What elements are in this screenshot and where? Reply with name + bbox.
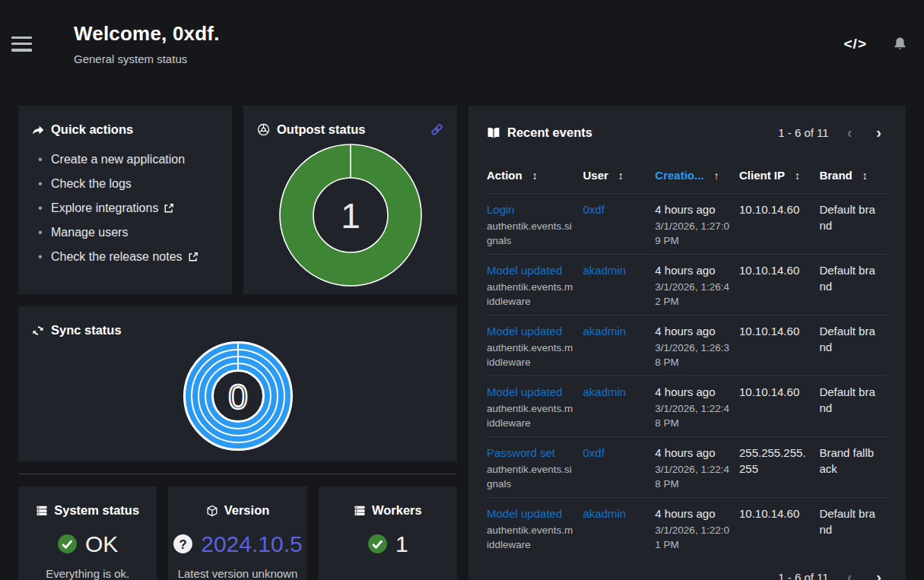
event-timestamp: 3/1/2026, 1:22:01 PM — [655, 523, 730, 552]
quick-action-item: Check the release notes — [38, 249, 220, 265]
event-creation-cell: 4 hours ago 3/1/2026, 1:22:48 PM — [655, 437, 739, 498]
header-titles: Welcome, 0xdf. General system status — [74, 22, 220, 65]
book-icon — [487, 126, 500, 139]
event-client-ip: 10.10.14.60 — [739, 315, 819, 376]
event-timestamp: 3/1/2026, 1:26:38 PM — [655, 341, 730, 369]
events-pagination-top: 1 - 6 of 11 ‹ › — [778, 122, 887, 143]
outpost-link-button[interactable] — [430, 123, 443, 136]
event-app-label: authentik.events.middleware — [487, 401, 573, 430]
column-label: Action — [487, 169, 522, 182]
notifications-button[interactable] — [893, 36, 907, 51]
event-user-cell: akadmin — [583, 255, 655, 315]
event-user-cell: akadmin — [583, 376, 655, 437]
svg-text:?: ? — [179, 537, 187, 552]
event-action-link[interactable]: Model updated — [487, 264, 562, 277]
quick-action-link[interactable]: Check the logs — [51, 177, 132, 190]
event-client-ip: 255.255.255.255 — [739, 437, 819, 498]
event-row: Model updated authentik.events.middlewar… — [487, 255, 887, 315]
pagination-prev-button[interactable]: ‹ — [841, 122, 859, 143]
page-title: Welcome, 0xdf. — [74, 22, 220, 46]
quick-action-link[interactable]: Create a new application — [51, 153, 185, 166]
sync-rings-value: 0 — [228, 377, 248, 417]
sort-icon: ↑ — [714, 170, 719, 182]
event-app-label: authentik.events.middleware — [487, 341, 573, 369]
pagination-prev-button[interactable]: ‹ — [841, 567, 859, 580]
right-column: Recent events 1 - 6 of 11 ‹ › Action↕Use… — [468, 106, 906, 580]
page-subtitle: General system status — [74, 52, 220, 65]
version-value-link[interactable]: 2024.10.5 — [201, 531, 302, 557]
event-user-cell: akadmin — [583, 498, 655, 559]
event-action-link[interactable]: Model updated — [487, 507, 562, 520]
hamburger-icon — [11, 36, 32, 39]
event-action-cell: Login authentik.events.signals — [487, 194, 583, 255]
sidebar-toggle-button[interactable] — [11, 36, 32, 52]
event-action-cell: Model updated authentik.events.middlewar… — [487, 255, 583, 315]
check-circle-icon — [57, 534, 78, 554]
quick-action-link[interactable]: Manage users — [51, 226, 128, 239]
quick-actions-list: Create a new application Check the logs … — [18, 152, 232, 265]
outpost-icon — [257, 123, 270, 136]
workers-title: Workers — [372, 503, 422, 518]
event-creation-cell: 4 hours ago 3/1/2026, 1:27:09 PM — [655, 194, 739, 255]
event-app-label: authentik.events.signals — [487, 219, 573, 248]
event-action-link[interactable]: Model updated — [487, 385, 562, 398]
event-app-label: authentik.events.middleware — [487, 280, 573, 309]
system-status-header: System status — [36, 503, 139, 518]
event-action-link[interactable]: Password set — [487, 446, 555, 459]
event-user-link[interactable]: akadmin — [583, 264, 626, 277]
outpost-status-card: Outpost status — [243, 106, 457, 294]
event-brand: Brand fallback — [819, 437, 887, 498]
column-header[interactable]: Brand↕ — [819, 157, 887, 194]
column-label: Client IP — [739, 169, 785, 182]
pagination-next-button[interactable]: › — [870, 122, 887, 143]
event-user-link[interactable]: akadmin — [583, 325, 626, 338]
event-brand: Default brand — [819, 315, 887, 376]
event-user-link[interactable]: akadmin — [583, 385, 626, 398]
column-header[interactable]: User↕ — [583, 157, 655, 194]
version-title: Version — [224, 503, 270, 518]
event-creation-cell: 4 hours ago 3/1/2026, 1:26:42 PM — [655, 255, 739, 315]
column-header[interactable]: Action↕ — [487, 157, 583, 194]
column-header[interactable]: Client IP↕ — [739, 157, 819, 194]
external-link-icon — [164, 203, 174, 214]
check-circle-icon — [367, 534, 388, 554]
event-action-link[interactable]: Model updated — [487, 325, 562, 338]
event-row: Login authentik.events.signals 0xdf 4 ho… — [487, 194, 887, 255]
recent-events-header: Recent events — [487, 125, 592, 140]
event-app-label: authentik.events.middleware — [487, 523, 573, 552]
column-label: Brand — [819, 169, 852, 182]
quick-action-link[interactable]: Check the release notes — [51, 250, 183, 263]
quick-actions-title: Quick actions — [51, 122, 133, 137]
quick-action-link[interactable]: Explore integrations — [51, 201, 158, 214]
sync-status-header: Sync status — [18, 306, 457, 338]
chain-link-icon — [430, 123, 443, 136]
recent-events-table: Action↕User↕Creatio...↑Client IP↕Brand↕ … — [487, 157, 887, 558]
event-brand: Default brand — [819, 194, 887, 255]
event-action-cell: Model updated authentik.events.middlewar… — [487, 376, 583, 437]
column-header[interactable]: Creatio...↑ — [655, 157, 739, 194]
event-user-link[interactable]: akadmin — [583, 507, 626, 520]
quick-action-item: Create a new application — [38, 152, 220, 167]
system-status-card: System status OK Everything is ok. — [18, 487, 157, 580]
api-code-icon[interactable]: </> — [844, 36, 867, 52]
outpost-status-title: Outpost status — [277, 122, 365, 137]
sync-status-title: Sync status — [51, 323, 122, 338]
event-action-cell: Model updated authentik.events.middlewar… — [487, 498, 583, 559]
event-creation-cell: 4 hours ago 3/1/2026, 1:22:48 PM — [655, 376, 739, 437]
app-header: Welcome, 0xdf. General system status </> — [0, 0, 924, 87]
event-row: Model updated authentik.events.middlewar… — [487, 376, 887, 437]
quick-actions-header: Quick actions — [18, 106, 232, 137]
event-user-link[interactable]: 0xdf — [583, 203, 604, 216]
event-user-link[interactable]: 0xdf — [583, 446, 604, 459]
bell-icon — [893, 36, 907, 51]
column-label: Creatio... — [655, 169, 703, 182]
event-action-link[interactable]: Login — [487, 203, 515, 216]
main-content: Quick actions Create a new application C… — [0, 87, 924, 580]
version-card: Version ? 2024.10.5 Latest version unkno… — [168, 487, 306, 580]
system-status-caption: Everything is ok. — [18, 567, 157, 580]
event-brand: Default brand — [819, 498, 887, 559]
outpost-status-header: Outpost status — [257, 122, 365, 137]
pagination-next-button[interactable]: › — [870, 567, 887, 580]
event-timestamp: 3/1/2026, 1:27:09 PM — [655, 219, 730, 248]
system-status-value: OK — [85, 531, 118, 557]
